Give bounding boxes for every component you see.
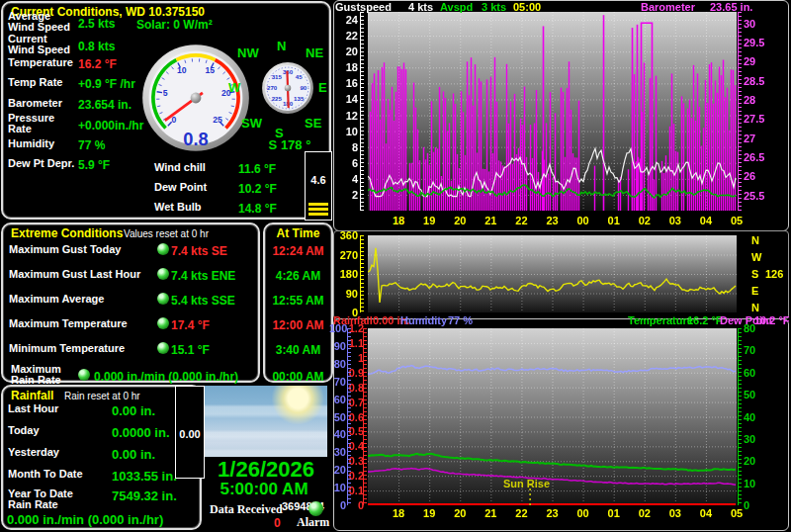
chart3-green-tick: 40 (744, 412, 755, 423)
chart1-right-tick: 27 (744, 133, 755, 144)
chart1-x-tick: 19 (419, 216, 439, 226)
compass-degree-number: 45 (296, 73, 303, 80)
wind-direction-graph[interactable] (368, 235, 737, 312)
chart3-x-tick: 23 (543, 508, 563, 519)
rain-rate-value: 0.000 in./min (0.000 in./hr) (7, 512, 163, 527)
chart3-legend-value: 16.2 °F (687, 314, 723, 326)
chart3-x-tick: 00 (573, 508, 593, 519)
extreme-row-value: 5.4 kts SSE (171, 294, 235, 308)
extreme-row-label: Minimum Temperature (9, 343, 157, 354)
chart1-right-tick: 30 (744, 19, 755, 30)
gauge-scale-number: 5 (163, 88, 168, 98)
rain-rate-label: Rain Rate (8, 499, 58, 510)
extreme-led-button[interactable] (157, 293, 169, 305)
extreme-led-button[interactable] (157, 342, 169, 354)
chart3-x-tick: 03 (665, 508, 685, 519)
compass-dir-se: SE (305, 116, 321, 131)
alarm-led-button[interactable] (308, 501, 323, 516)
chart2-left-tick: 360 (332, 230, 358, 241)
chart3-x-tick: 21 (481, 508, 500, 519)
extreme-conditions-title: Extreme Conditions (11, 226, 123, 240)
rainfall-panel: Rainfall Rain reset at 0 hr Rain Rate 0.… (1, 385, 202, 530)
cc-row-value: 0.8 kts (78, 40, 115, 53)
compass-degree-number: 135 (294, 95, 305, 102)
chart3-blue-tick: 30 (329, 447, 346, 458)
compass-degree-number: 90 (300, 84, 307, 91)
chart3-x-tick: 19 (419, 508, 439, 519)
extreme-row-value: 0.000 in./min (0.000 in./hr) (94, 370, 238, 384)
cc-derived-label: Wind chill (154, 162, 206, 173)
cc-row-value: 77 % (78, 138, 105, 152)
rainfall-row-value: 0.00 in. (112, 403, 155, 418)
chart3-blue-tick: 10 (329, 483, 346, 493)
chart3-x-tick: 18 (389, 508, 408, 519)
axis-ruler (363, 328, 367, 505)
chart1-x-tick: 22 (511, 216, 531, 226)
gauge-tick (157, 92, 162, 93)
chart1-left-tick: 8 (336, 142, 358, 153)
extreme-led-button[interactable] (157, 268, 169, 280)
compass-dir-sw: SW (241, 116, 262, 131)
rainfall-title: Rainfall (11, 389, 53, 402)
gust-bar-segment (308, 203, 328, 206)
chart1-header-item: 05:00 (513, 1, 541, 13)
chart1-right-tick: 28.5 (744, 76, 764, 87)
chart3-green-tick: 60 (744, 368, 755, 379)
chart1-x-tick: 02 (635, 216, 655, 226)
chart2-compass-letter: N (751, 235, 759, 246)
wind-speed-gauge: 0510152025 0.8 (142, 43, 249, 153)
chart1-x-tick: 04 (696, 216, 716, 226)
chart1-x-tick: 05 (727, 216, 747, 226)
chart1-right-tick: 26.5 (744, 152, 764, 163)
gust-barometer-graph[interactable] (368, 12, 737, 211)
extreme-led-button[interactable] (157, 243, 169, 255)
extreme-row-label: Maximum Temperature (9, 318, 157, 329)
chart3-blue-tick: 90 (329, 341, 346, 352)
rainfall-row-value: 0.00 in. (112, 447, 155, 462)
chart3-x-tick: 22 (511, 508, 531, 519)
chart1-left-tick: 12 (336, 111, 358, 122)
at-time-title: At Time (265, 226, 331, 240)
at-time-panel: At Time 12:24 AM4:26 AM12:55 AM12:00 AM3… (263, 222, 333, 383)
compass-dir-n: N (277, 39, 286, 53)
cc-row-value: 2.5 kts (78, 17, 115, 31)
chart1-right-tick: 28 (744, 95, 755, 106)
chart3-blue-tick: 20 (329, 465, 346, 476)
chart3-legend-name: Humidity (400, 314, 447, 326)
chart3-x-tick: 04 (696, 508, 716, 519)
axis-ruler (360, 235, 364, 312)
wind-direction-compass: 3604590135180225270315 (252, 52, 323, 124)
compass-hub (285, 85, 291, 91)
rainfall-subtitle: Rain reset at 0 hr (64, 391, 140, 401)
wind-direction-reading: S 178 ° (248, 137, 331, 152)
chart3-blue-tick: 80 (329, 359, 346, 370)
chart3-legend-value: 77 % (448, 314, 473, 326)
sky-condition-image (205, 386, 327, 457)
cc-row-value: +0.9 °F /hr (78, 77, 135, 91)
chart1-left-tick: 18 (336, 62, 358, 73)
chart3-x-tick: 01 (604, 508, 624, 519)
chart1-header-item: Barometer (641, 1, 695, 13)
cc-row-value: 23.654 in. (78, 98, 132, 112)
axis-ruler (347, 328, 351, 505)
extreme-conditions-subtitle: Values reset at 0 hr (124, 228, 209, 239)
chart1-header-item: Avspd (440, 1, 473, 13)
extreme-led-button[interactable] (78, 369, 90, 381)
gauge-scale-number: 10 (177, 65, 187, 75)
chart2-left-tick: 180 (332, 269, 358, 280)
cc-derived-value: 11.6 °F (238, 162, 276, 176)
at-time-value: 12:24 AM (265, 244, 331, 258)
extreme-led-button[interactable] (157, 317, 169, 329)
chart2-compass-letter: S (751, 269, 758, 280)
cc-derived-label: Dew Point (154, 182, 207, 193)
chart1-left-tick: 10 (336, 127, 358, 137)
current-conditions-panel: Current Conditions, WD 10.375150 Solar: … (1, 1, 331, 220)
extreme-row-value: 17.4 °F (171, 318, 210, 332)
humidity-temp-dewpoint-graph[interactable] (368, 328, 737, 505)
extreme-row-value: 15.1 °F (171, 343, 210, 357)
chart1-x-tick: 00 (573, 216, 593, 226)
wind-speed-value: 0.8 (183, 129, 208, 149)
chart1-left-tick: 20 (336, 46, 358, 57)
extreme-row-label: Maximum Gust Last Hour (9, 269, 157, 280)
chart2-compass-letter: N (751, 303, 759, 313)
